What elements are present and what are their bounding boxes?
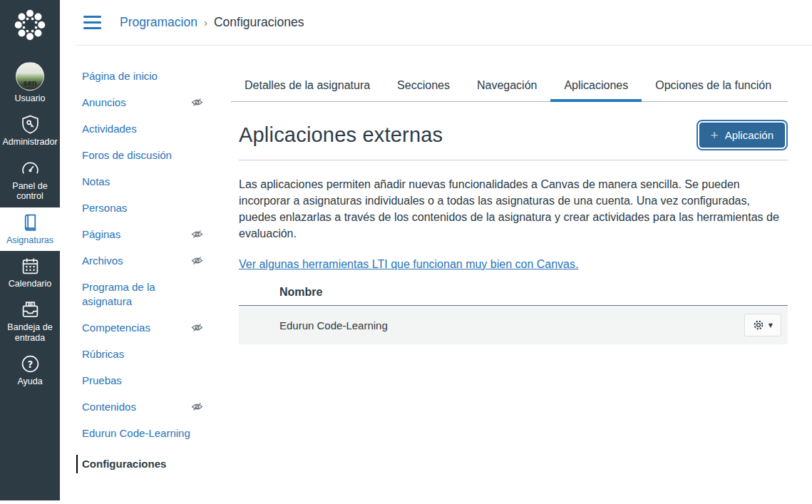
heading-divider: [239, 160, 788, 160]
sidebar-item-label: Ayuda: [17, 376, 42, 386]
add-app-button-label: Aplicación: [725, 129, 774, 141]
course-nav-item: Contenidos: [82, 400, 203, 414]
gear-icon: [753, 319, 764, 331]
sidebar-item-inbox[interactable]: Bandeja de entrada: [0, 294, 60, 349]
book-icon: [21, 213, 40, 232]
tab-apps[interactable]: Aplicaciones: [550, 74, 642, 101]
sidebar-item-user[interactable]: sen Usuario: [0, 56, 60, 109]
table-header-name: Nombre: [239, 286, 788, 306]
course-navigation: Página de inicio Anuncios Actividades Fo…: [82, 69, 203, 485]
hamburger-menu-icon[interactable]: [81, 13, 104, 32]
chevron-down-icon: ▼: [769, 322, 773, 329]
sidebar-item-courses[interactable]: Asignaturas: [0, 207, 60, 251]
course-nav-link-discussions[interactable]: Foros de discusión: [82, 148, 172, 163]
help-icon: ?: [21, 354, 40, 374]
course-nav-link-edurun[interactable]: Edurun Code-Learning: [82, 426, 190, 441]
course-nav-link-outcomes[interactable]: Competencias: [82, 321, 150, 335]
apps-table: Nombre Edurun Code-Learning ▼: [239, 286, 788, 344]
hidden-eye-icon: [191, 98, 203, 107]
main-content: Detalles de la asignatura Secciones Nave…: [239, 74, 788, 344]
course-nav-link-announcements[interactable]: Anuncios: [82, 96, 126, 110]
page-title: Aplicaciones externas: [239, 123, 443, 147]
breadcrumb: Programacion › Configuraciones: [120, 15, 304, 30]
sidebar-item-label: Bandeja de entrada: [1, 322, 58, 343]
user-avatar: sen: [16, 62, 44, 91]
breadcrumb-current: Configuraciones: [214, 15, 304, 30]
breadcrumb-separator: ›: [204, 16, 207, 29]
settings-tabs: Detalles de la asignatura Secciones Nave…: [231, 74, 788, 102]
svg-text:?: ?: [27, 359, 33, 370]
top-bar: Programacion › Configuraciones: [75, 0, 812, 46]
sidebar-item-label: Administrador: [2, 137, 57, 147]
course-nav-link-quizzes[interactable]: Pruebas: [82, 374, 122, 388]
shield-key-icon: [21, 115, 40, 134]
heading-row: Aplicaciones externas + Aplicación: [239, 120, 788, 150]
add-app-button[interactable]: + Aplicación: [699, 123, 785, 148]
dashboard-icon: [21, 159, 40, 178]
breadcrumb-course-link[interactable]: Programacion: [120, 15, 197, 30]
plus-icon: +: [711, 130, 719, 140]
tab-feature-options[interactable]: Opciones de la función: [642, 74, 785, 101]
course-nav-item: Competencias: [82, 321, 203, 335]
course-nav-link-people[interactable]: Personas: [82, 201, 127, 215]
course-nav-item: Edurun Code-Learning: [82, 426, 203, 441]
course-nav-item: Rúbricas: [82, 347, 203, 361]
apps-description: Las aplicaciones permiten añadir nuevas …: [239, 176, 788, 242]
table-row: Edurun Code-Learning ▼: [239, 306, 788, 344]
course-nav-item: Programa de la asignatura: [82, 280, 203, 309]
tab-navigation[interactable]: Navegación: [463, 74, 551, 101]
course-nav-item: Archivos: [82, 254, 203, 268]
course-nav-link-settings[interactable]: Configuraciones: [76, 455, 166, 473]
hidden-eye-icon: [191, 230, 203, 239]
course-nav-link-files[interactable]: Archivos: [82, 254, 123, 268]
tab-course-details[interactable]: Detalles de la asignatura: [231, 74, 384, 101]
sidebar-item-dashboard[interactable]: Panel de control: [0, 153, 60, 207]
inbox-icon: [21, 300, 40, 319]
course-nav-item: Notas: [82, 175, 203, 189]
course-nav-item: Personas: [82, 201, 203, 215]
course-nav-item: Actividades: [82, 122, 203, 136]
course-nav-item: Foros de discusión: [82, 148, 203, 163]
course-nav-link-grades[interactable]: Notas: [82, 175, 110, 189]
sidebar-item-label: Calendario: [9, 279, 51, 289]
add-app-button-focus-ring: + Aplicación: [697, 120, 788, 150]
sidebar-item-label: Panel de control: [1, 181, 58, 202]
app-name-cell: Edurun Code-Learning: [279, 319, 388, 331]
course-nav-link-assignments[interactable]: Actividades: [82, 122, 137, 136]
lti-tools-link[interactable]: Ver algunas herramientas LTI que funcion…: [239, 258, 578, 271]
hidden-eye-icon: [191, 256, 203, 265]
hidden-eye-icon: [191, 402, 203, 411]
tab-sections[interactable]: Secciones: [384, 74, 463, 101]
course-nav-link-home[interactable]: Página de inicio: [82, 69, 158, 83]
course-nav-link-modules[interactable]: Contenidos: [82, 400, 136, 414]
course-nav-item: Páginas: [82, 227, 203, 242]
sidebar-item-label: Asignaturas: [6, 235, 53, 245]
course-nav-item-current: Configuraciones: [82, 455, 203, 473]
sidebar-item-label: Usuario: [14, 93, 45, 103]
app-settings-dropdown-button[interactable]: ▼: [744, 314, 781, 336]
course-nav-item: Anuncios: [82, 96, 203, 110]
course-nav-item: Pruebas: [82, 374, 203, 388]
sidebar-item-help[interactable]: ? Ayuda: [0, 349, 60, 392]
avatar-text: sen: [24, 78, 37, 87]
course-nav-link-rubrics[interactable]: Rúbricas: [82, 347, 124, 361]
canvas-logo-icon: [11, 6, 48, 43]
course-nav-link-pages[interactable]: Páginas: [82, 227, 120, 242]
hidden-eye-icon: [191, 323, 203, 332]
global-navigation: sen Usuario Administrador Panel de contr…: [0, 0, 60, 500]
canvas-logo[interactable]: [11, 6, 48, 46]
sidebar-item-admin[interactable]: Administrador: [0, 109, 60, 153]
calendar-icon: [21, 257, 40, 276]
sidebar-item-calendar[interactable]: Calendario: [0, 251, 60, 294]
course-nav-link-syllabus[interactable]: Programa de la asignatura: [82, 280, 190, 309]
course-nav-item: Página de inicio: [82, 69, 203, 83]
